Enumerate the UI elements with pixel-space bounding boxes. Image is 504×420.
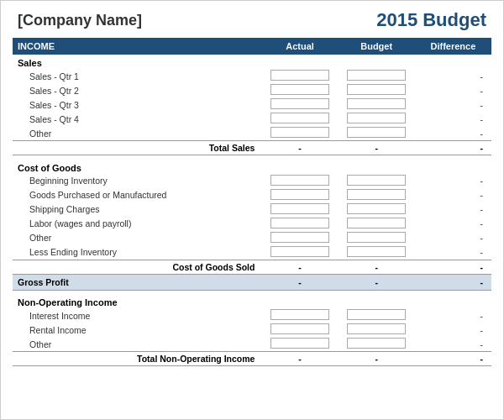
non-op-row0-actual[interactable] — [261, 308, 338, 323]
col-income-header: INCOME — [13, 38, 261, 55]
cog-row1-diff: - — [415, 188, 491, 202]
total-cog-budget: - — [339, 260, 415, 274]
cog-row0-budget[interactable] — [339, 174, 415, 188]
page: [Company Name] 2015 Budget INCOME Actual… — [0, 0, 504, 420]
non-op-row1-actual[interactable] — [261, 323, 338, 337]
cog-label: Cost of Goods — [13, 160, 491, 174]
non-op-row1-diff: - — [415, 323, 491, 337]
cog-row4-diff: - — [415, 231, 491, 245]
non-op-row0-budget[interactable] — [339, 308, 415, 323]
sales-qtr2-diff: - — [415, 83, 491, 97]
sales-other-diff: - — [415, 126, 491, 141]
sales-qtr1-row: Sales - Qtr 1 - — [13, 69, 491, 83]
cog-row1-label: Goods Purchased or Manufactured — [13, 188, 261, 202]
sales-qtr3-budget-cell[interactable] — [339, 97, 415, 112]
non-op-row2-label: Other — [13, 337, 261, 352]
sales-qtr2-row: Sales - Qtr 2 - — [13, 83, 491, 97]
budget-title: 2015 Budget — [376, 9, 486, 31]
total-cog-label: Cost of Goods Sold — [13, 260, 261, 274]
cog-row-2: Shipping Charges - — [13, 202, 491, 217]
cog-row0-label: Beginning Inventory — [13, 174, 261, 188]
cog-row5-label: Less Ending Inventory — [13, 245, 261, 260]
total-non-op-label: Total Non-Operating Income — [13, 352, 261, 366]
cog-row1-actual[interactable] — [261, 188, 338, 202]
sales-qtr4-budget-cell[interactable] — [339, 112, 415, 126]
gross-profit-row: Gross Profit - - - — [13, 274, 491, 290]
sales-section-header: Sales — [13, 55, 491, 69]
sales-qtr2-budget-cell[interactable] — [339, 83, 415, 97]
sales-qtr1-actual-cell[interactable] — [261, 69, 338, 83]
non-op-row2-budget[interactable] — [339, 337, 415, 352]
sales-qtr2-label: Sales - Qtr 2 — [13, 83, 261, 97]
total-sales-budget: - — [339, 141, 415, 155]
non-op-row-0: Interest Income - — [13, 308, 491, 323]
total-cog-row: Cost of Goods Sold - - - — [13, 260, 491, 274]
cog-row3-label: Labor (wages and payroll) — [13, 217, 261, 231]
total-non-op-row: Total Non-Operating Income - - - — [13, 352, 491, 366]
cog-row1-budget[interactable] — [339, 188, 415, 202]
sales-other-label: Other — [13, 126, 261, 141]
cog-row5-budget[interactable] — [339, 245, 415, 260]
cog-row-1: Goods Purchased or Manufactured - — [13, 188, 491, 202]
cog-row4-label: Other — [13, 231, 261, 245]
cog-row0-actual[interactable] — [261, 174, 338, 188]
cog-row5-diff: - — [415, 245, 491, 260]
total-cog-actual: - — [261, 260, 338, 274]
total-cog-diff: - — [415, 260, 491, 274]
total-non-op-diff: - — [415, 352, 491, 366]
sales-qtr3-actual-cell[interactable] — [261, 97, 338, 112]
sales-qtr4-actual-cell[interactable] — [261, 112, 338, 126]
sales-other-row: Other - — [13, 126, 491, 141]
cog-row5-actual[interactable] — [261, 245, 338, 260]
cog-row0-diff: - — [415, 174, 491, 188]
sales-qtr3-label: Sales - Qtr 3 — [13, 97, 261, 112]
cog-row3-budget[interactable] — [339, 217, 415, 231]
non-op-row1-budget[interactable] — [339, 323, 415, 337]
sales-other-budget-cell[interactable] — [339, 126, 415, 141]
company-name: [Company Name] — [18, 12, 142, 29]
cog-row3-diff: - — [415, 217, 491, 231]
non-op-row-1: Rental Income - — [13, 323, 491, 337]
cog-row2-actual[interactable] — [261, 202, 338, 217]
sales-qtr4-label: Sales - Qtr 4 — [13, 112, 261, 126]
non-op-label: Non-Operating Income — [13, 294, 491, 308]
sales-label: Sales — [13, 55, 491, 69]
col-actual-header: Actual — [261, 38, 338, 55]
gross-profit-label: Gross Profit — [13, 274, 261, 290]
gross-profit-actual: - — [261, 274, 338, 290]
gross-profit-budget: - — [339, 274, 415, 290]
cog-row2-budget[interactable] — [339, 202, 415, 217]
cog-row-5: Less Ending Inventory - — [13, 245, 491, 260]
total-sales-diff: - — [415, 141, 491, 155]
table-container: INCOME Actual Budget Difference Sales Sa… — [1, 38, 503, 366]
non-op-row2-diff: - — [415, 337, 491, 352]
sales-qtr4-row: Sales - Qtr 4 - — [13, 112, 491, 126]
total-sales-row: Total Sales - - - — [13, 141, 491, 155]
cog-row3-actual[interactable] — [261, 217, 338, 231]
sales-other-actual-cell[interactable] — [261, 126, 338, 141]
non-op-row-2: Other - — [13, 337, 491, 352]
header: [Company Name] 2015 Budget — [1, 1, 503, 38]
cog-row4-budget[interactable] — [339, 231, 415, 245]
cog-row-3: Labor (wages and payroll) - — [13, 217, 491, 231]
cog-row2-diff: - — [415, 202, 491, 217]
budget-table: INCOME Actual Budget Difference Sales Sa… — [13, 38, 491, 366]
cog-row4-actual[interactable] — [261, 231, 338, 245]
non-op-row2-actual[interactable] — [261, 337, 338, 352]
total-sales-actual: - — [261, 141, 338, 155]
cog-section-header: Cost of Goods — [13, 160, 491, 174]
sales-qtr3-diff: - — [415, 97, 491, 112]
sales-qtr1-diff: - — [415, 69, 491, 83]
total-non-op-actual: - — [261, 352, 338, 366]
cog-row2-label: Shipping Charges — [13, 202, 261, 217]
sales-qtr1-label: Sales - Qtr 1 — [13, 69, 261, 83]
col-difference-header: Difference — [415, 38, 491, 55]
col-budget-header: Budget — [339, 38, 415, 55]
sales-qtr1-budget-cell[interactable] — [339, 69, 415, 83]
sales-qtr3-row: Sales - Qtr 3 - — [13, 97, 491, 112]
table-header-row: INCOME Actual Budget Difference — [13, 38, 491, 55]
sales-qtr2-actual-cell[interactable] — [261, 83, 338, 97]
sales-qtr4-diff: - — [415, 112, 491, 126]
non-op-row0-label: Interest Income — [13, 308, 261, 323]
non-op-row0-diff: - — [415, 308, 491, 323]
